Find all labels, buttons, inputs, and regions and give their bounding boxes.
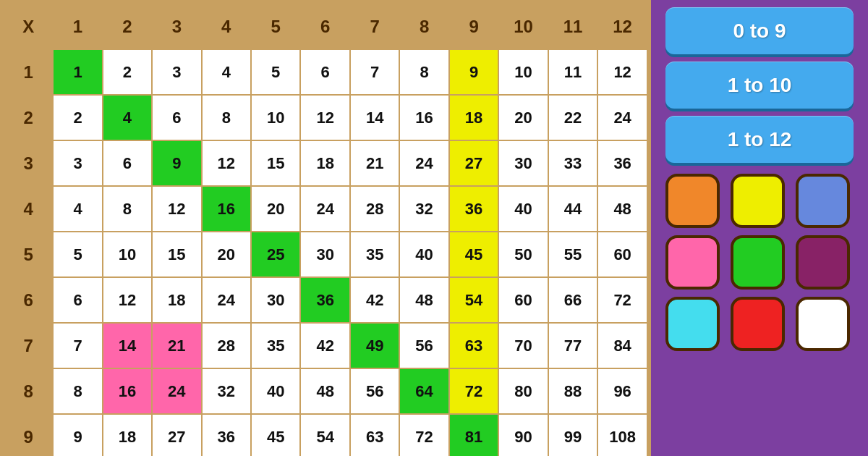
range-0to9-button[interactable]: 0 to 9 — [665, 7, 854, 54]
header-x: X — [4, 4, 53, 49]
cell-row7-col1: 7 — [53, 323, 102, 368]
cell-row6-col0: 6 — [4, 277, 53, 323]
cell-row3-col0: 3 — [4, 140, 53, 186]
cell-row8-col8: 64 — [399, 368, 448, 414]
cell-row2-col3: 6 — [152, 95, 201, 140]
cell-row2-col2: 4 — [103, 95, 152, 140]
header-col-4: 4 — [202, 4, 251, 49]
cell-row8-col7: 56 — [350, 368, 399, 414]
range-1to10-button[interactable]: 1 to 10 — [665, 62, 854, 109]
white-swatch[interactable] — [796, 297, 850, 351]
cell-row5-col11: 55 — [548, 232, 597, 277]
cell-row3-col3: 9 — [152, 140, 201, 186]
red-swatch[interactable] — [731, 297, 785, 351]
blue-swatch[interactable] — [796, 174, 850, 228]
cell-row2-col0: 2 — [4, 95, 53, 140]
cell-row4-col9: 36 — [449, 186, 498, 232]
cell-row4-col0: 4 — [4, 186, 53, 232]
cell-row4-col6: 24 — [300, 186, 349, 232]
cell-row5-col2: 10 — [103, 232, 152, 277]
cell-row9-col1: 9 — [53, 414, 102, 456]
cell-row3-col10: 30 — [498, 140, 548, 186]
cell-row2-col7: 14 — [350, 95, 399, 140]
cell-row5-col0: 5 — [4, 232, 53, 277]
cell-row9-col4: 36 — [202, 414, 251, 456]
cell-row5-col10: 50 — [498, 232, 548, 277]
cell-row5-col4: 20 — [202, 232, 251, 277]
cell-row4-col3: 12 — [152, 186, 201, 232]
header-col-10: 10 — [498, 4, 548, 49]
cell-row1-col8: 8 — [399, 49, 448, 95]
cell-row7-col9: 63 — [449, 323, 498, 368]
cell-row1-col9: 9 — [449, 49, 498, 95]
cell-row5-col6: 30 — [300, 232, 349, 277]
cell-row5-col12: 60 — [597, 232, 647, 277]
orange-swatch[interactable] — [665, 174, 720, 228]
cell-row7-col12: 84 — [597, 323, 647, 368]
purple-swatch[interactable] — [796, 235, 850, 290]
cell-row9-col5: 45 — [251, 414, 300, 456]
cell-row3-col7: 21 — [350, 140, 399, 186]
cell-row5-col7: 35 — [350, 232, 399, 277]
green-swatch[interactable] — [731, 235, 785, 290]
cell-row1-col12: 12 — [597, 49, 647, 95]
cell-row1-col7: 7 — [350, 49, 399, 95]
header-col-2: 2 — [103, 4, 152, 49]
cell-row6-col9: 54 — [449, 277, 498, 323]
header-col-8: 8 — [399, 4, 448, 49]
cell-row2-col5: 10 — [251, 95, 300, 140]
cell-row2-col8: 16 — [399, 95, 448, 140]
cell-row5-col3: 15 — [152, 232, 201, 277]
cell-row4-col7: 28 — [350, 186, 399, 232]
cell-row8-col5: 40 — [251, 368, 300, 414]
multiplication-table-section: X123456789101112112345678910111222468101… — [0, 0, 651, 456]
cyan-swatch[interactable] — [665, 297, 720, 351]
header-col-12: 12 — [597, 4, 647, 49]
cell-row4-col12: 48 — [597, 186, 647, 232]
cell-row4-col2: 8 — [103, 186, 152, 232]
cell-row2-col9: 18 — [449, 95, 498, 140]
cell-row8-col0: 8 — [4, 368, 53, 414]
cell-row4-col5: 20 — [251, 186, 300, 232]
color-swatch-grid — [665, 174, 854, 351]
cell-row5-col5: 25 — [251, 232, 300, 277]
header-col-11: 11 — [548, 4, 597, 49]
cell-row7-col2: 14 — [103, 323, 152, 368]
cell-row5-col1: 5 — [53, 232, 102, 277]
cell-row1-col3: 3 — [152, 49, 201, 95]
cell-row4-col10: 40 — [498, 186, 548, 232]
cell-row1-col10: 10 — [498, 49, 548, 95]
cell-row7-col8: 56 — [399, 323, 448, 368]
header-col-6: 6 — [300, 4, 349, 49]
cell-row4-col8: 32 — [399, 186, 448, 232]
cell-row6-col12: 72 — [597, 277, 647, 323]
cell-row8-col11: 88 — [548, 368, 597, 414]
cell-row2-col6: 12 — [300, 95, 349, 140]
cell-row6-col10: 60 — [498, 277, 548, 323]
yellow-swatch[interactable] — [731, 174, 785, 228]
cell-row7-col3: 21 — [152, 323, 201, 368]
cell-row9-col3: 27 — [152, 414, 201, 456]
cell-row9-col6: 54 — [300, 414, 349, 456]
cell-row4-col4: 16 — [202, 186, 251, 232]
cell-row3-col8: 24 — [399, 140, 448, 186]
cell-row6-col5: 30 — [251, 277, 300, 323]
cell-row3-col12: 36 — [597, 140, 647, 186]
cell-row3-col6: 18 — [300, 140, 349, 186]
cell-row7-col7: 49 — [350, 323, 399, 368]
cell-row1-col6: 6 — [300, 49, 349, 95]
cell-row8-col9: 72 — [449, 368, 498, 414]
sidebar: 0 to 9 1 to 10 1 to 12 — [651, 0, 868, 456]
cell-row6-col8: 48 — [399, 277, 448, 323]
cell-row3-col9: 27 — [449, 140, 498, 186]
cell-row2-col10: 20 — [498, 95, 548, 140]
cell-row7-col0: 7 — [4, 323, 53, 368]
cell-row9-col11: 99 — [548, 414, 597, 456]
cell-row1-col4: 4 — [202, 49, 251, 95]
cell-row7-col4: 28 — [202, 323, 251, 368]
cell-row3-col2: 6 — [103, 140, 152, 186]
pink-swatch[interactable] — [665, 235, 720, 290]
range-1to12-button[interactable]: 1 to 12 — [665, 116, 854, 163]
header-col-3: 3 — [152, 4, 201, 49]
cell-row5-col8: 40 — [399, 232, 448, 277]
